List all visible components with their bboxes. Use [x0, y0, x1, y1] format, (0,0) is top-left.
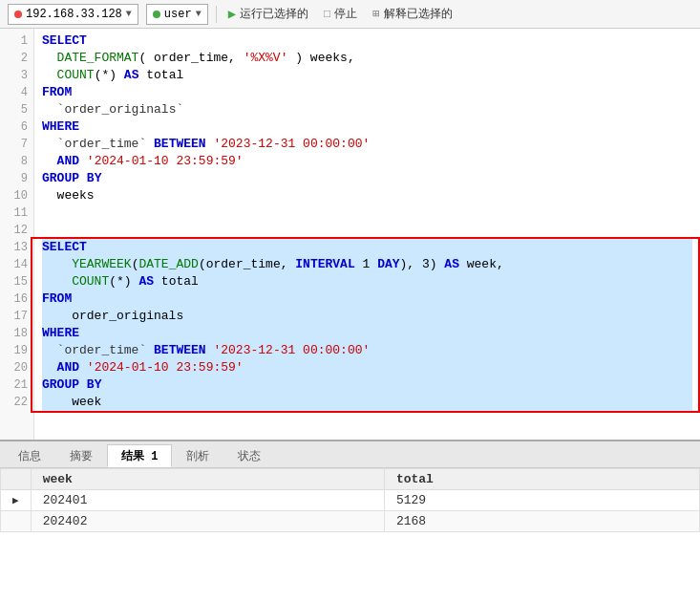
stop-button[interactable]: □ 停止: [320, 4, 361, 24]
stop-label: 停止: [334, 6, 357, 22]
code-line: GROUP BY: [42, 376, 692, 394]
ip-selector[interactable]: 192.168.33.128 ▼: [8, 4, 138, 25]
bottom-panel: 信息摘要结果 1剖析状态 weektotal ▶2024015129202402…: [0, 440, 700, 602]
run-label: 运行已选择的: [240, 6, 308, 22]
explain-label: 解释已选择的: [384, 6, 453, 22]
stop-icon: □: [324, 8, 330, 21]
explain-button[interactable]: ⊞ 解释已选择的: [369, 4, 456, 24]
tab-结果 1[interactable]: 结果 1: [107, 444, 172, 467]
code-line: [42, 204, 692, 222]
code-line: GROUP BY: [42, 170, 692, 187]
ip-label: 192.168.33.128: [26, 8, 122, 21]
ip-dropdown-arrow: ▼: [126, 9, 132, 19]
code-line: WHERE: [42, 325, 692, 342]
code-line: `order_originals`: [42, 101, 692, 118]
cell-week: 202401: [31, 490, 384, 511]
line-numbers: 12345678910111213141516171819202122: [0, 29, 34, 440]
code-line: DATE_FORMAT( order_time, '%X%V' ) weeks,: [42, 50, 692, 67]
toolbar: 192.168.33.128 ▼ user ▼ ▶ 运行已选择的 □ 停止 ⊞ …: [0, 0, 700, 29]
code-line: SELECT: [42, 239, 692, 256]
code-line: AND '2024-01-10 23:59:59': [42, 153, 692, 170]
col-header: total: [384, 469, 699, 490]
tab-状态[interactable]: 状态: [223, 444, 275, 467]
result-area: weektotal ▶20240151292024022168: [0, 468, 700, 602]
toolbar-separator-1: [216, 6, 217, 23]
code-line: weeks: [42, 187, 692, 204]
code-line: COUNT(*) AS total: [42, 67, 692, 84]
status-dot-red: [14, 11, 22, 18]
cell-total: 2168: [384, 511, 699, 532]
explain-icon: ⊞: [372, 7, 379, 21]
row-indicator: [1, 511, 32, 532]
code-line: WHERE: [42, 118, 692, 136]
code-line: order_originals: [42, 308, 692, 325]
code-line: [42, 222, 692, 239]
code-line: COUNT(*) AS total: [42, 273, 692, 290]
col-header: week: [31, 469, 384, 490]
code-line: `order_time` BETWEEN '2023-12-31 00:00:0…: [42, 136, 692, 153]
row-indicator: ▶: [1, 490, 32, 511]
code-line: YEARWEEK(DATE_ADD(order_time, INTERVAL 1…: [42, 256, 692, 273]
user-selector[interactable]: user ▼: [146, 4, 208, 25]
user-label: user: [164, 8, 192, 21]
cell-week: 202402: [31, 511, 384, 532]
editor-container: 12345678910111213141516171819202122 SELE…: [0, 29, 700, 440]
user-dropdown-arrow: ▼: [196, 9, 202, 19]
result-table: weektotal ▶20240151292024022168: [0, 468, 700, 532]
run-button[interactable]: ▶ 运行已选择的: [224, 4, 312, 24]
status-dot-green: [153, 11, 160, 18]
tabs-bar: 信息摘要结果 1剖析状态: [0, 441, 700, 468]
code-line: FROM: [42, 84, 692, 101]
table-row: 2024022168: [1, 511, 700, 532]
code-line: SELECT: [42, 32, 692, 50]
code-content[interactable]: SELECT DATE_FORMAT( order_time, '%X%V' )…: [34, 29, 700, 440]
col-indicator: [1, 469, 32, 490]
tab-摘要[interactable]: 摘要: [55, 444, 107, 467]
tab-剖析[interactable]: 剖析: [172, 444, 223, 467]
code-area: 12345678910111213141516171819202122 SELE…: [0, 29, 700, 440]
code-line: week: [42, 394, 692, 411]
code-line: AND '2024-01-10 23:59:59': [42, 359, 692, 376]
code-line: FROM: [42, 290, 692, 308]
cell-total: 5129: [384, 490, 699, 511]
play-icon: ▶: [228, 6, 236, 22]
code-line: `order_time` BETWEEN '2023-12-31 00:00:0…: [42, 342, 692, 359]
tab-信息[interactable]: 信息: [4, 444, 55, 467]
table-row: ▶2024015129: [1, 490, 700, 511]
